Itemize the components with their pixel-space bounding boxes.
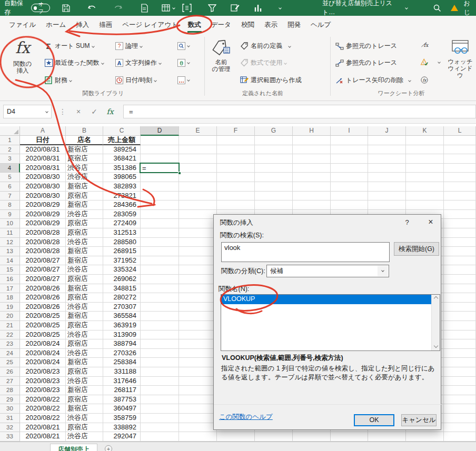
cell-E26[interactable] (179, 367, 217, 377)
cell-E32[interactable] (179, 423, 217, 433)
cell-L9[interactable] (444, 210, 476, 219)
ok-button[interactable]: OK (354, 414, 394, 426)
recent-functions-button[interactable]: 最近使った関数 (44, 58, 104, 67)
row-header-7[interactable]: 7 (0, 192, 20, 201)
cell-C19[interactable]: 270307 (103, 303, 141, 312)
insert-function-button[interactable]: fx 関数の 挿入 (5, 40, 40, 74)
cancel-button[interactable]: キャンセル (401, 414, 437, 426)
cell-A30[interactable]: 2020/08/22 (20, 404, 66, 414)
row-header-17[interactable]: 17 (0, 284, 20, 294)
row-header-25[interactable]: 25 (0, 358, 20, 367)
edit-note-icon[interactable] (231, 4, 244, 12)
cell-E15[interactable] (179, 265, 217, 275)
cell-A7[interactable]: 2020/08/30 (20, 192, 66, 201)
cell-L22[interactable] (444, 330, 476, 340)
cell-E18[interactable] (179, 293, 217, 303)
cell-L1[interactable] (444, 136, 476, 145)
cell-L5[interactable] (444, 173, 476, 182)
more-commands-icon[interactable] (279, 0, 281, 16)
category-combobox[interactable]: 候補 (266, 265, 389, 277)
cell-A17[interactable]: 2020/08/26 (20, 284, 66, 294)
formula-bar-options-icon[interactable]: ⋮ (56, 105, 70, 118)
cell-G33[interactable] (255, 432, 293, 442)
row-header-13[interactable]: 13 (0, 247, 20, 256)
cell-F7[interactable] (217, 192, 255, 201)
tab-データ[interactable]: データ (211, 17, 232, 33)
row-header-16[interactable]: 16 (0, 275, 20, 284)
cell-C4[interactable]: 351386 (103, 164, 141, 173)
column-header-C[interactable]: C (103, 126, 141, 136)
filter-icon[interactable] (208, 4, 221, 12)
cell-H8[interactable] (293, 201, 331, 210)
fill-handle[interactable] (178, 172, 181, 175)
cell-L20[interactable] (444, 312, 476, 321)
cell-B20[interactable]: 新宿店 (66, 312, 103, 321)
cell-B27[interactable]: 渋谷店 (66, 377, 103, 386)
cell-D16[interactable] (141, 275, 179, 284)
cell-I8[interactable] (331, 201, 368, 210)
text-functions-button[interactable]: A 文字列操作 (115, 58, 161, 67)
cell-E3[interactable] (179, 154, 217, 164)
name-box[interactable]: D4 (3, 105, 52, 118)
cell-B29[interactable]: 原宿店 (66, 395, 103, 405)
cell-B7[interactable]: 原宿店 (66, 192, 103, 201)
cell-D9[interactable] (141, 210, 179, 219)
cell-K5[interactable] (406, 173, 444, 182)
cell-B28[interactable]: 新宿店 (66, 386, 103, 395)
cell-A11[interactable]: 2020/08/28 (20, 228, 66, 238)
cell-L25[interactable] (444, 358, 476, 367)
row-header-4[interactable]: 4 (0, 164, 20, 173)
cell-D30[interactable] (141, 404, 179, 414)
evaluate-formula-button[interactable]: fx (420, 76, 429, 84)
cell-C21[interactable]: 363919 (103, 321, 141, 330)
row-header-28[interactable]: 28 (0, 386, 20, 395)
cell-C27[interactable]: 317646 (103, 377, 141, 386)
cell-L2[interactable] (444, 145, 476, 155)
cell-H5[interactable] (293, 173, 331, 182)
cell-A22[interactable]: 2020/08/25 (20, 330, 66, 340)
cell-D27[interactable] (141, 377, 179, 386)
cell-D5[interactable] (141, 173, 179, 182)
cell-K1[interactable] (406, 136, 444, 145)
cell-I33[interactable] (331, 432, 368, 442)
cell-G3[interactable] (255, 154, 293, 164)
cell-L4[interactable] (444, 164, 476, 173)
cell-L13[interactable] (444, 247, 476, 256)
cell-L29[interactable] (444, 395, 476, 405)
cell-C30[interactable]: 360497 (103, 404, 141, 414)
cell-H3[interactable] (293, 154, 331, 164)
cell-L27[interactable] (444, 377, 476, 386)
cell-A9[interactable]: 2020/08/29 (20, 210, 66, 219)
tab-表示[interactable]: 表示 (264, 17, 278, 33)
cell-I6[interactable] (331, 182, 368, 192)
cell-D33[interactable] (141, 432, 179, 442)
cell-B2[interactable]: 新宿店 (66, 145, 103, 155)
cell-C8[interactable]: 284366 (103, 201, 141, 210)
cell-C23[interactable]: 388794 (103, 339, 141, 349)
cell-A8[interactable]: 2020/08/29 (20, 201, 66, 210)
cell-A24[interactable]: 2020/08/24 (20, 349, 66, 358)
cell-F4[interactable] (217, 164, 255, 173)
column-header-E[interactable]: E (179, 126, 217, 136)
alert-icon[interactable] (451, 0, 458, 16)
cell-E6[interactable] (179, 182, 217, 192)
cell-C22[interactable]: 313909 (103, 330, 141, 340)
row-header-19[interactable]: 19 (0, 303, 20, 312)
cell-B13[interactable]: 新宿店 (66, 247, 103, 256)
cell-G4[interactable] (255, 164, 293, 173)
row-header-32[interactable]: 32 (0, 423, 20, 433)
trace-precedents-button[interactable]: 参照元のトレース (335, 42, 397, 51)
row-header-2[interactable]: 2 (0, 145, 20, 155)
column-header-K[interactable]: K (406, 126, 444, 136)
cell-D1[interactable] (141, 136, 179, 145)
cell-C9[interactable]: 283059 (103, 210, 141, 219)
cell-L11[interactable] (444, 228, 476, 238)
select-all-corner[interactable] (0, 126, 20, 136)
watch-window-button[interactable]: ウォッチ ウィンドウ (445, 40, 475, 79)
cell-C11[interactable]: 312513 (103, 228, 141, 238)
cell-F2[interactable] (217, 145, 255, 155)
column-header-B[interactable]: B (66, 126, 103, 136)
row-header-12[interactable]: 12 (0, 238, 20, 247)
cell-B32[interactable]: 原宿店 (66, 423, 103, 433)
cell-E1[interactable] (179, 136, 217, 145)
